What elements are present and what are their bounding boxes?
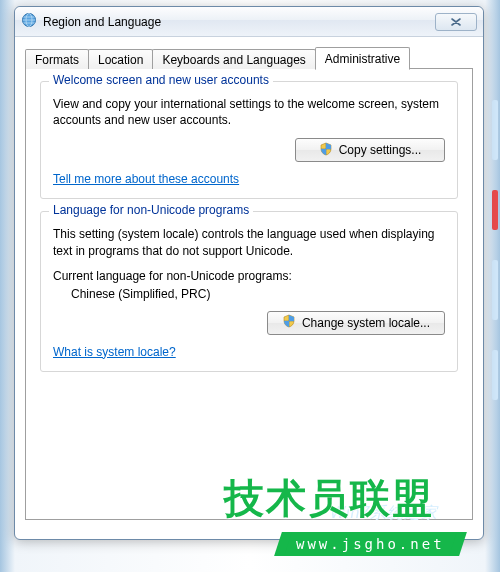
link-tell-me-more[interactable]: Tell me more about these accounts [53,172,239,186]
group-legend: Language for non-Unicode programs [49,203,253,217]
shield-icon [282,314,296,331]
tab-administrative[interactable]: Administrative [315,47,410,70]
dialog-window: Region and Language Formats Location Key… [14,6,484,540]
decoration [492,350,498,400]
close-button[interactable] [435,13,477,31]
current-language-value: Chinese (Simplified, PRC) [71,287,445,301]
group-description: View and copy your international setting… [53,96,445,128]
decoration [492,100,498,160]
dialog-body: Formats Location Keyboards and Languages… [15,37,483,530]
group-welcome-screen: Welcome screen and new user accounts Vie… [40,81,458,199]
group-description: This setting (system locale) controls th… [53,226,445,258]
globe-icon [21,12,43,31]
window-title: Region and Language [43,15,435,29]
decoration [492,260,498,320]
tab-keyboards-languages[interactable]: Keyboards and Languages [152,49,315,69]
group-legend: Welcome screen and new user accounts [49,73,273,87]
decoration [492,190,498,230]
shield-icon [319,142,333,159]
copy-settings-button[interactable]: Copy settings... [295,138,445,162]
button-label: Copy settings... [339,143,422,157]
change-system-locale-button[interactable]: Change system locale... [267,311,445,335]
tab-panel-administrative: Welcome screen and new user accounts Vie… [25,68,473,520]
current-language-label: Current language for non-Unicode program… [53,269,445,283]
button-label: Change system locale... [302,316,430,330]
tab-formats[interactable]: Formats [25,49,89,69]
group-non-unicode: Language for non-Unicode programs This s… [40,211,458,371]
link-what-is-system-locale[interactable]: What is system locale? [53,345,176,359]
tab-strip: Formats Location Keyboards and Languages… [25,45,473,69]
close-icon [450,17,462,27]
titlebar[interactable]: Region and Language [15,7,483,37]
tab-location[interactable]: Location [88,49,153,69]
